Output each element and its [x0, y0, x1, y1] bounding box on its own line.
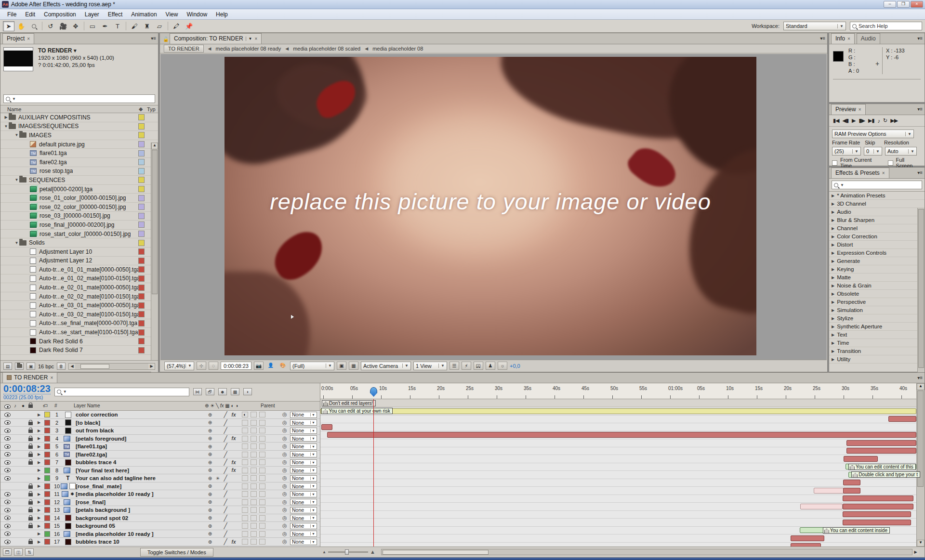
composition-image[interactable]: replace this picture to your image or vi…: [225, 57, 756, 355]
expand-modes-pane-icon[interactable]: ⇅: [25, 548, 34, 556]
snapshot-icon[interactable]: 📷: [254, 362, 264, 370]
timeline-comp-tab[interactable]: TO RENDER×: [2, 372, 57, 383]
layer-row[interactable]: ▶2[to black]⊕╱◎None▼: [0, 419, 320, 427]
quality-switch[interactable]: ╱: [222, 483, 229, 490]
twirl-closed-icon[interactable]: ▶: [832, 349, 834, 353]
effects-category[interactable]: ▶Text: [829, 331, 925, 339]
twirl-closed-icon[interactable]: ▶: [832, 267, 834, 272]
effects-category[interactable]: ▶Perspective: [829, 298, 925, 306]
timeline-column-headers[interactable]: ♪ ● 🏷 # Layer Name ⊕ ☀ ╲ fx ▦ ◐ ◑ Parent: [0, 401, 320, 411]
switch-cell[interactable]: [259, 443, 265, 450]
current-time-field[interactable]: 0:00:08:23: [221, 362, 251, 370]
switch-cell[interactable]: [241, 538, 248, 545]
layer-label-chip[interactable]: [44, 427, 51, 434]
layer-label-chip[interactable]: [44, 459, 51, 466]
quality-switch[interactable]: ╱: [222, 427, 229, 434]
layer-twirl-icon[interactable]: ▶: [36, 515, 42, 521]
timeline-current-time[interactable]: 0:00:08:23: [3, 383, 51, 394]
effects-category[interactable]: ▶Transition: [829, 347, 925, 355]
layer-twirl-icon[interactable]: ▶: [36, 475, 42, 482]
layer-twirl-icon[interactable]: ▶: [36, 507, 42, 513]
switch-cell[interactable]: [250, 459, 257, 466]
layer-row[interactable]: ▶3out from black⊕╱◎None▼: [0, 427, 320, 435]
project-item[interactable]: Auto-tr...e_01_01_mate[0000-0050].tga: [0, 265, 158, 274]
project-item[interactable]: Auto-tr...se_start_mate[0100-0150].tga: [0, 328, 158, 337]
layer-name[interactable]: [media placeholder 10 ready ]: [76, 491, 205, 497]
twirl-open-icon[interactable]: ▼: [14, 178, 19, 182]
shy-switch[interactable]: ⊕: [207, 451, 213, 458]
layer-duration-bar[interactable]: [321, 424, 332, 430]
zoom-out-mountain-icon[interactable]: ▲: [322, 550, 326, 554]
layer-duration-bar[interactable]: [800, 504, 843, 509]
layer-row[interactable]: ▶5TM[flare01.tga]⊕╱◎None▼: [0, 443, 320, 451]
track-row[interactable]: [320, 479, 916, 487]
layer-label-chip[interactable]: [44, 467, 51, 474]
layer-label-chip[interactable]: [44, 522, 51, 529]
layer-duration-bar[interactable]: [844, 456, 878, 462]
layer-duration-bar[interactable]: [320, 408, 916, 414]
layer-row[interactable]: ▶12[rose_final]⊕╱◎None▼: [0, 498, 320, 507]
layer-twirl-icon[interactable]: ▶: [36, 491, 42, 497]
label-color-chip[interactable]: [138, 329, 145, 336]
parent-dropdown[interactable]: None▼: [290, 451, 317, 457]
shy-switch[interactable]: ⊕: [207, 522, 213, 529]
parent-pickwhip-icon[interactable]: ◎: [282, 491, 287, 497]
ram-preview-icon[interactable]: ▶▶: [890, 117, 898, 124]
effects-category[interactable]: ▶Keying: [829, 265, 925, 273]
switch-cell[interactable]: [241, 507, 248, 513]
layer-lock-switch[interactable]: [26, 459, 35, 466]
layer-label-chip[interactable]: [44, 451, 51, 458]
label-color-chip[interactable]: [138, 150, 145, 156]
layer-lock-switch[interactable]: [26, 443, 35, 450]
flowchart-icon[interactable]: ♟: [486, 362, 495, 370]
layer-duration-bar[interactable]: [843, 504, 913, 509]
project-item[interactable]: Dark Red Solid 7: [0, 346, 158, 355]
layer-lock-switch[interactable]: [26, 515, 35, 521]
panel-menu-icon[interactable]: ▾≡: [917, 36, 923, 41]
parent-dropdown[interactable]: None▼: [290, 435, 317, 442]
preview-resolution-dropdown[interactable]: Auto▼: [885, 147, 917, 156]
fast-preview-icon[interactable]: ⚡: [462, 362, 471, 370]
shy-switch[interactable]: ⊕: [207, 419, 213, 426]
twirl-closed-icon[interactable]: ▶: [832, 226, 834, 231]
quality-switch[interactable]: ╱: [222, 459, 229, 466]
project-item[interactable]: rose_03_[00000-00150].jpg: [0, 212, 158, 221]
quality-switch[interactable]: ╱: [222, 491, 229, 497]
project-item[interactable]: Auto-tr...se_final_mate[0000-0070].tga: [0, 319, 158, 328]
parent-dropdown[interactable]: None▼: [290, 412, 317, 418]
effects-category[interactable]: ▶Stylize: [829, 314, 925, 323]
timeline-hscrollbar[interactable]: ▶: [381, 549, 912, 555]
zoom-tool[interactable]: [28, 21, 40, 31]
project-item[interactable]: rose_01_color_[00000-00150].jpg: [0, 194, 158, 203]
switch-cell[interactable]: [250, 427, 257, 434]
project-item[interactable]: petal[0000-0200].tga: [0, 185, 158, 194]
effects-category[interactable]: ▶Audio: [829, 208, 925, 216]
parent-pickwhip-icon[interactable]: ◎: [282, 443, 287, 449]
parent-pickwhip-icon[interactable]: ◎: [282, 419, 287, 426]
interpret-footage-icon[interactable]: ▤: [3, 363, 12, 370]
first-frame-icon[interactable]: ▮◀: [833, 117, 839, 124]
collapse-switch[interactable]: ☀: [214, 475, 221, 482]
label-color-chip[interactable]: [138, 177, 145, 183]
selected-item-name[interactable]: TO RENDER ▾: [38, 47, 114, 54]
shy-switch[interactable]: ⊕: [207, 507, 213, 513]
layer-lock-switch[interactable]: [26, 427, 35, 434]
switch-cell[interactable]: [250, 467, 257, 474]
menu-composition[interactable]: Composition: [40, 10, 80, 19]
project-item[interactable]: Auto-tr...e_03_02_mate[0100-0150].tga: [0, 310, 158, 319]
track-row[interactable]: [320, 495, 916, 503]
layer-name[interactable]: [media placeholder 10 ready ]: [76, 531, 205, 537]
menu-effect[interactable]: Effect: [104, 10, 127, 19]
expand-inout-pane-icon[interactable]: ◫: [14, 548, 23, 556]
switch-cell[interactable]: [259, 522, 265, 529]
layer-label-chip[interactable]: [44, 435, 51, 442]
switch-cell[interactable]: [259, 507, 265, 513]
layer-lock-switch[interactable]: [26, 483, 35, 490]
switch-cell[interactable]: [241, 499, 248, 506]
project-item[interactable]: Auto-tr...e_01_02_mate[0100-0150].tga: [0, 274, 158, 284]
quality-switch[interactable]: ╱: [222, 507, 229, 513]
switch-cell[interactable]: [259, 451, 265, 458]
twirl-closed-icon[interactable]: ▶: [832, 194, 834, 198]
layer-row[interactable]: ▶11✱[media placeholder 10 ready ]⊕╱◎None…: [0, 490, 320, 498]
parent-dropdown[interactable]: None▼: [290, 499, 317, 505]
